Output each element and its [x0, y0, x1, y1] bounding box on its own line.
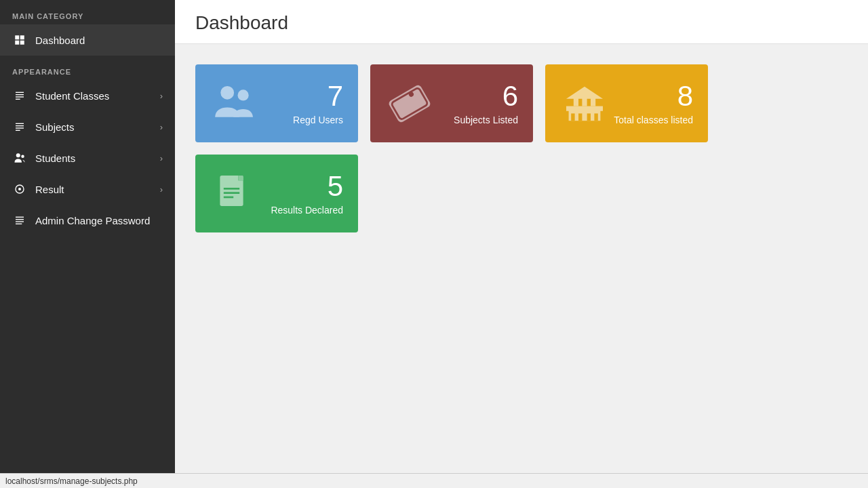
- svg-rect-28: [582, 98, 587, 106]
- total-classes-label: Total classes listed: [614, 115, 693, 125]
- sidebar-item-subjects-label: Subjects: [35, 121, 75, 133]
- card-total-classes[interactable]: 8 Total classes listed: [545, 64, 708, 142]
- sidebar: MAIN CATEGORY Dashboard APPEARANCE Stude…: [0, 0, 175, 488]
- sidebar-item-subjects[interactable]: Subjects ›: [0, 111, 175, 142]
- card-results-declared[interactable]: 5 Results Declared: [195, 155, 358, 232]
- chevron-right-icon: ›: [160, 122, 163, 132]
- card-regd-users[interactable]: 7 Regd Users: [195, 64, 358, 142]
- regd-users-text: 7 Regd Users: [293, 82, 343, 125]
- svg-rect-27: [574, 98, 578, 106]
- result-icon: [12, 182, 27, 197]
- svg-point-12: [16, 153, 20, 157]
- svg-rect-31: [571, 113, 574, 121]
- svg-rect-5: [16, 94, 24, 95]
- svg-point-15: [18, 188, 21, 190]
- svg-rect-19: [16, 224, 22, 224]
- sidebar-item-students-label: Students: [35, 152, 75, 164]
- sidebar-item-student-classes-label: Student Classes: [35, 90, 109, 102]
- svg-rect-4: [16, 92, 24, 93]
- total-classes-number: 8: [677, 82, 693, 110]
- subjects-listed-text: 6 Subjects Listed: [454, 82, 518, 125]
- chevron-right-icon: ›: [160, 153, 163, 163]
- regd-users-number: 7: [328, 82, 343, 110]
- statusbar: localhost/srms/manage-subjects.php: [0, 473, 868, 488]
- subjects-listed-icon: [385, 79, 434, 128]
- svg-rect-32: [578, 113, 582, 121]
- svg-rect-37: [224, 188, 239, 190]
- svg-point-21: [238, 89, 249, 100]
- sidebar-item-result[interactable]: Result ›: [0, 174, 175, 205]
- main-header: Dashboard: [175, 0, 868, 44]
- svg-rect-36: [238, 176, 243, 180]
- main-category-label: MAIN CATEGORY: [0, 0, 175, 24]
- svg-rect-22: [388, 83, 432, 123]
- results-declared-label: Results Declared: [271, 205, 343, 216]
- svg-rect-29: [591, 98, 595, 106]
- svg-rect-9: [16, 125, 24, 126]
- svg-rect-39: [224, 196, 233, 198]
- sidebar-item-admin-change-password[interactable]: Admin Change Password: [0, 205, 175, 236]
- results-declared-text: 5 Results Declared: [271, 172, 343, 216]
- students-icon: [12, 150, 27, 165]
- sidebar-item-student-classes[interactable]: Student Classes ›: [0, 80, 175, 111]
- svg-rect-2: [15, 41, 19, 45]
- dashboard-icon: [12, 33, 27, 47]
- svg-rect-38: [224, 192, 239, 194]
- svg-point-20: [220, 85, 234, 99]
- sidebar-item-dashboard-label: Dashboard: [35, 35, 85, 46]
- main-content: Dashboard 7 Regd Users: [175, 0, 868, 488]
- svg-rect-18: [16, 221, 24, 222]
- svg-rect-0: [15, 35, 19, 39]
- svg-rect-16: [16, 217, 24, 218]
- svg-rect-1: [20, 35, 24, 39]
- password-icon: [12, 213, 27, 228]
- svg-rect-33: [587, 113, 591, 121]
- regd-users-label: Regd Users: [293, 115, 343, 125]
- sidebar-item-result-label: Result: [35, 184, 64, 195]
- statusbar-url: localhost/srms/manage-subjects.php: [5, 476, 138, 486]
- svg-rect-17: [16, 219, 24, 220]
- chevron-right-icon: ›: [160, 91, 163, 101]
- svg-rect-26: [566, 106, 603, 110]
- chevron-right-icon: ›: [160, 184, 163, 195]
- svg-point-13: [21, 155, 24, 159]
- total-classes-icon: [560, 79, 609, 128]
- svg-rect-7: [16, 99, 20, 100]
- svg-rect-34: [594, 113, 597, 121]
- total-classes-text: 8 Total classes listed: [614, 82, 693, 125]
- results-declared-icon: [210, 169, 259, 218]
- results-declared-number: 5: [328, 172, 343, 201]
- svg-rect-6: [16, 96, 24, 97]
- svg-rect-8: [16, 123, 24, 124]
- appearance-label: APPEARANCE: [0, 56, 175, 80]
- svg-rect-3: [20, 41, 24, 45]
- subjects-icon: [12, 119, 27, 134]
- sidebar-item-students[interactable]: Students ›: [0, 142, 175, 174]
- sidebar-item-admin-change-password-label: Admin Change Password: [35, 215, 150, 226]
- regd-users-icon: [210, 79, 259, 128]
- svg-rect-10: [16, 127, 24, 128]
- card-subjects-listed[interactable]: 6 Subjects Listed: [370, 64, 533, 142]
- student-classes-icon: [12, 88, 27, 103]
- dashboard-cards: 7 Regd Users 6 Subjects Listed: [175, 44, 868, 246]
- sidebar-item-dashboard[interactable]: Dashboard: [0, 24, 175, 56]
- page-title: Dashboard: [195, 12, 848, 34]
- subjects-listed-label: Subjects Listed: [454, 115, 518, 125]
- svg-marker-30: [566, 86, 603, 98]
- svg-rect-11: [16, 130, 20, 131]
- subjects-listed-number: 6: [502, 82, 518, 110]
